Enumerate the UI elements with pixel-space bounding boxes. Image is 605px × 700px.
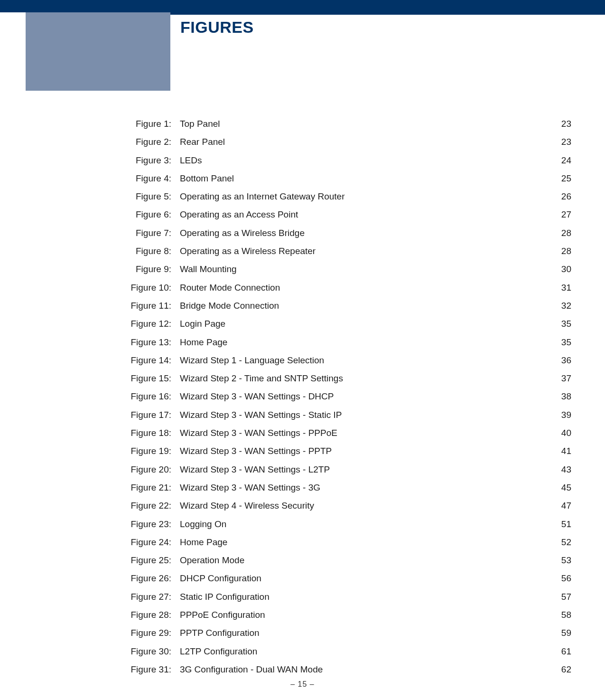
figure-page: 36 <box>548 355 576 366</box>
page-title: FIGURES <box>180 18 254 37</box>
figure-title: Home Page <box>180 337 548 348</box>
figure-page: 27 <box>548 209 576 220</box>
figure-label: Figure 29: <box>116 628 180 638</box>
figure-title: Operation Mode <box>180 555 548 566</box>
figure-row[interactable]: Figure 17:Wizard Step 3 - WAN Settings -… <box>116 410 576 428</box>
figure-title: Wizard Step 3 - WAN Settings - 3G <box>180 482 548 493</box>
figure-label: Figure 4: <box>116 173 180 184</box>
figure-page: 41 <box>548 446 576 456</box>
figure-title: L2TP Configuration <box>180 646 548 657</box>
figure-page: 59 <box>548 628 576 638</box>
figure-title: 3G Configuration - Dual WAN Mode <box>180 664 548 675</box>
figure-title: Wizard Step 2 - Time and SNTP Settings <box>180 373 548 384</box>
figure-row[interactable]: Figure 8:Operating as a Wireless Repeate… <box>116 246 576 264</box>
figure-row[interactable]: Figure 9:Wall Mounting30 <box>116 264 576 282</box>
figure-title: Operating as an Access Point <box>180 209 548 220</box>
figure-row[interactable]: Figure 20:Wizard Step 3 - WAN Settings -… <box>116 464 576 482</box>
figure-page: 35 <box>548 337 576 348</box>
figure-row[interactable]: Figure 24:Home Page52 <box>116 537 576 555</box>
figure-title: Static IP Configuration <box>180 592 548 602</box>
figure-row[interactable]: Figure 13:Home Page35 <box>116 337 576 355</box>
figure-page: 24 <box>548 155 576 166</box>
figure-title: LEDs <box>180 155 548 166</box>
figure-row[interactable]: Figure 18:Wizard Step 3 - WAN Settings -… <box>116 428 576 446</box>
figure-row[interactable]: Figure 16:Wizard Step 3 - WAN Settings -… <box>116 391 576 409</box>
figure-title: Router Mode Connection <box>180 283 548 293</box>
figure-page: 58 <box>548 610 576 620</box>
figure-row[interactable]: Figure 26:DHCP Configuration56 <box>116 573 576 591</box>
figure-row[interactable]: Figure 27:Static IP Configuration57 <box>116 592 576 610</box>
figure-page: 51 <box>548 519 576 530</box>
figure-title: Rear Panel <box>180 137 548 147</box>
figure-label: Figure 5: <box>116 191 180 202</box>
figure-row[interactable]: Figure 21:Wizard Step 3 - WAN Settings -… <box>116 482 576 501</box>
side-block <box>26 12 170 91</box>
figure-label: Figure 15: <box>116 373 180 384</box>
figure-page: 37 <box>548 373 576 384</box>
figure-page: 32 <box>548 301 576 311</box>
figure-row[interactable]: Figure 25:Operation Mode53 <box>116 555 576 573</box>
figure-title: Bridge Mode Connection <box>180 301 548 311</box>
figure-label: Figure 11: <box>116 301 180 311</box>
figure-title: Operating as an Internet Gateway Router <box>180 191 548 202</box>
figure-title: Top Panel <box>180 119 548 129</box>
figure-row[interactable]: Figure 5:Operating as an Internet Gatewa… <box>116 191 576 209</box>
figure-label: Figure 2: <box>116 137 180 147</box>
figure-page: 25 <box>548 173 576 184</box>
figure-row[interactable]: Figure 3:LEDs24 <box>116 155 576 173</box>
figure-title: Logging On <box>180 519 548 530</box>
figure-label: Figure 8: <box>116 246 180 256</box>
figure-label: Figure 1: <box>116 119 180 129</box>
figure-row[interactable]: Figure 29:PPTP Configuration59 <box>116 628 576 646</box>
figure-label: Figure 14: <box>116 355 180 366</box>
figure-row[interactable]: Figure 19:Wizard Step 3 - WAN Settings -… <box>116 446 576 464</box>
figure-page: 28 <box>548 246 576 256</box>
figure-title: Login Page <box>180 319 548 329</box>
figure-title: Wall Mounting <box>180 264 548 274</box>
figure-page: 57 <box>548 592 576 602</box>
figure-page: 23 <box>548 137 576 147</box>
figure-row[interactable]: Figure 2:Rear Panel23 <box>116 137 576 155</box>
figure-label: Figure 28: <box>116 610 180 620</box>
figure-label: Figure 21: <box>116 482 180 493</box>
figure-label: Figure 7: <box>116 228 180 238</box>
figure-row[interactable]: Figure 30:L2TP Configuration61 <box>116 646 576 664</box>
figure-row[interactable]: Figure 4:Bottom Panel25 <box>116 173 576 191</box>
figure-label: Figure 23: <box>116 519 180 530</box>
top-strip <box>0 0 605 12</box>
figure-title: Wizard Step 3 - WAN Settings - Static IP <box>180 410 548 420</box>
figure-label: Figure 25: <box>116 555 180 566</box>
figure-title: DHCP Configuration <box>180 573 548 584</box>
figure-page: 23 <box>548 119 576 129</box>
figure-page: 28 <box>548 228 576 238</box>
figure-row[interactable]: Figure 7:Operating as a Wireless Bridge2… <box>116 228 576 246</box>
figure-label: Figure 26: <box>116 573 180 584</box>
figure-row[interactable]: Figure 28:PPPoE Configuration58 <box>116 610 576 628</box>
figure-page: 61 <box>548 646 576 657</box>
figure-label: Figure 17: <box>116 410 180 420</box>
figure-page: 35 <box>548 319 576 329</box>
page-number: – 15 – <box>0 680 605 689</box>
figure-title: Wizard Step 1 - Language Selection <box>180 355 548 366</box>
figure-title: Wizard Step 3 - WAN Settings - L2TP <box>180 464 548 475</box>
figure-title: Home Page <box>180 537 548 548</box>
figure-row[interactable]: Figure 22:Wizard Step 4 - Wireless Secur… <box>116 501 576 519</box>
figure-row[interactable]: Figure 12:Login Page35 <box>116 319 576 337</box>
figure-page: 43 <box>548 464 576 475</box>
figure-row[interactable]: Figure 10:Router Mode Connection31 <box>116 283 576 301</box>
figure-page: 38 <box>548 391 576 402</box>
figure-row[interactable]: Figure 1:Top Panel23 <box>116 119 576 137</box>
figure-page: 47 <box>548 501 576 511</box>
figure-row[interactable]: Figure 15:Wizard Step 2 - Time and SNTP … <box>116 373 576 391</box>
figure-page: 39 <box>548 410 576 420</box>
figure-label: Figure 13: <box>116 337 180 348</box>
figure-row[interactable]: Figure 6:Operating as an Access Point27 <box>116 209 576 227</box>
figure-row[interactable]: Figure 14:Wizard Step 1 - Language Selec… <box>116 355 576 373</box>
figure-row[interactable]: Figure 23:Logging On51 <box>116 519 576 537</box>
figure-page: 31 <box>548 283 576 293</box>
figure-row[interactable]: Figure 11:Bridge Mode Connection32 <box>116 301 576 319</box>
figure-title: PPPoE Configuration <box>180 610 548 620</box>
figure-label: Figure 9: <box>116 264 180 274</box>
figure-title: Wizard Step 3 - WAN Settings - DHCP <box>180 391 548 402</box>
figure-title: Bottom Panel <box>180 173 548 184</box>
